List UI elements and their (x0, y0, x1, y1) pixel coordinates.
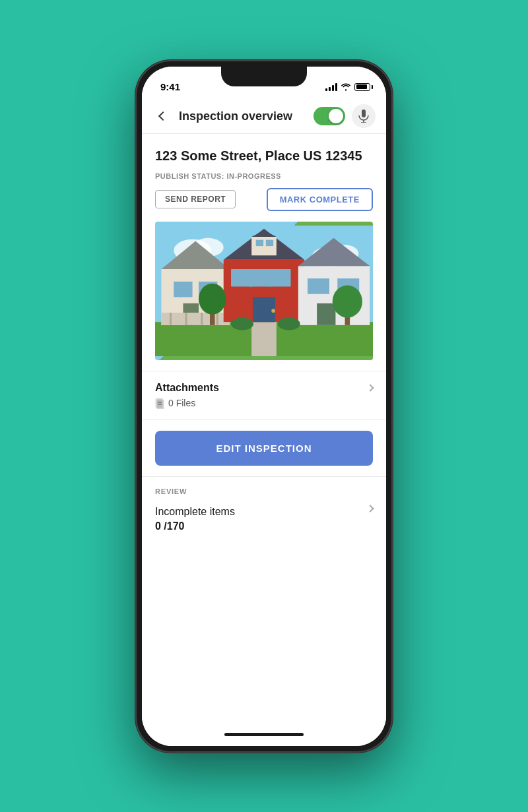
house-illustration (155, 222, 373, 360)
edit-section: EDIT INSPECTION (142, 420, 386, 477)
back-arrow-icon (158, 111, 168, 121)
files-count-text: 0 Files (168, 398, 195, 408)
home-bar (224, 733, 304, 736)
svg-rect-33 (308, 278, 329, 294)
svg-rect-15 (161, 313, 230, 325)
attachments-row[interactable]: Attachments (155, 382, 373, 394)
svg-rect-28 (249, 269, 271, 286)
signal-icon (325, 83, 337, 91)
svg-point-30 (271, 309, 275, 313)
incomplete-chevron-icon (366, 505, 374, 512)
attachments-chevron-icon (366, 384, 374, 391)
attachments-section: Attachments 0 Files (142, 371, 386, 420)
svg-point-39 (333, 285, 362, 317)
phone-frame: 9:41 (135, 60, 393, 753)
mark-complete-button[interactable]: MARK COMPLETE (267, 188, 373, 211)
property-address: 123 Some Street, Place US 12345 (155, 147, 373, 164)
incomplete-row[interactable]: Incomplete items 0 /170 (155, 503, 373, 535)
toggle-knob (329, 109, 343, 123)
property-image (155, 222, 373, 360)
review-section: REVIEW Incomplete items 0 /170 (142, 477, 386, 535)
svg-rect-12 (174, 281, 192, 297)
svg-rect-25 (266, 239, 273, 245)
svg-point-40 (231, 317, 253, 330)
toggle-switch[interactable] (314, 107, 345, 125)
svg-point-41 (278, 317, 300, 330)
svg-rect-27 (269, 269, 291, 286)
action-row: SEND REPORT MARK COMPLETE (155, 188, 373, 211)
svg-rect-29 (253, 297, 275, 322)
nav-title: Inspection overview (179, 109, 292, 123)
attachments-title: Attachments (155, 382, 219, 394)
nav-right (314, 104, 376, 128)
wifi-icon (341, 83, 351, 91)
home-indicator (142, 724, 386, 746)
nav-left: Inspection overview (152, 106, 292, 127)
notch (221, 67, 307, 86)
review-label: REVIEW (155, 487, 373, 495)
send-report-button[interactable]: SEND REPORT (155, 190, 236, 208)
incomplete-info: Incomplete items 0 /170 (155, 506, 368, 532)
status-time: 9:41 (160, 81, 180, 92)
property-section: 123 Some Street, Place US 12345 PUBLISH … (142, 134, 386, 371)
nav-bar: Inspection overview (142, 100, 386, 134)
publish-status: PUBLISH STATUS: IN-PROGRESS (155, 172, 373, 180)
svg-rect-24 (256, 239, 263, 245)
file-icon (155, 398, 164, 409)
svg-rect-22 (251, 236, 277, 255)
mic-icon (358, 109, 369, 123)
svg-rect-9 (251, 322, 277, 356)
edit-inspection-button[interactable]: EDIT INSPECTION (155, 431, 373, 466)
status-icons (325, 83, 370, 91)
battery-icon (354, 83, 370, 91)
main-content: 123 Some Street, Place US 12345 PUBLISH … (142, 134, 386, 724)
mic-button[interactable] (352, 104, 376, 128)
svg-rect-26 (231, 269, 253, 286)
incomplete-count: 0 /170 (155, 520, 368, 532)
back-button[interactable] (152, 106, 174, 127)
svg-rect-0 (362, 109, 366, 117)
phone-screen: 9:41 (142, 67, 386, 746)
svg-point-37 (199, 283, 226, 314)
incomplete-title: Incomplete items (155, 506, 368, 518)
files-count-row: 0 Files (155, 398, 373, 409)
svg-rect-35 (317, 303, 335, 325)
